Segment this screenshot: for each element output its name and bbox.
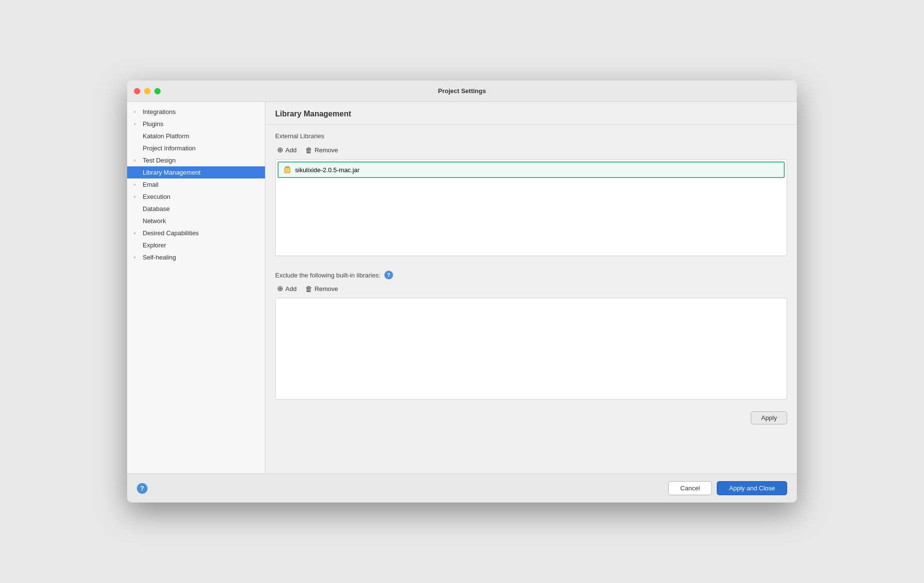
sidebar-item-label-library-management: Library Management [143,169,259,176]
chevron-right-icon: › [134,109,142,114]
apply-and-close-button[interactable]: Apply and Close [717,481,787,495]
sidebar-item-explorer[interactable]: Explorer [127,239,265,251]
main-window: Project Settings ›Integrations›PluginsKa… [127,81,797,502]
bottom-bar: ? Cancel Apply and Close [127,473,797,502]
remove-label: Remove [314,146,338,154]
sidebar-item-execution[interactable]: ›Execution [127,191,265,203]
sidebar-item-integrations[interactable]: ›Integrations [127,106,265,118]
close-button[interactable] [134,88,140,94]
exclude-remove-button[interactable]: 🗑 Remove [303,284,340,294]
sidebar-item-email[interactable]: ›Email [127,178,265,191]
sidebar-item-label-integrations: Integrations [143,108,259,115]
content-header: Library Management [265,102,797,125]
exclude-section: Exclude the following built-in libraries… [275,271,787,400]
sidebar-item-label-desired-capabilities: Desired Capabilities [143,229,259,237]
chevron-right-icon: › [134,158,142,163]
exclude-libraries-toolbar: ⊕ Add 🗑 Remove [275,283,787,294]
chevron-right-icon: › [134,194,142,199]
sidebar-item-label-explorer: Explorer [143,242,259,249]
add-label: Add [285,146,297,154]
exclude-add-button[interactable]: ⊕ Add [275,283,298,294]
jar-file-icon [282,165,292,175]
sidebar-item-library-management[interactable]: Library Management [127,166,265,178]
exclude-add-label: Add [285,285,297,292]
maximize-button[interactable] [154,88,161,94]
external-libraries-section: External Libraries ⊕ Add 🗑 Remove [275,132,787,261]
sidebar-item-katalon-platform[interactable]: Katalon Platform [127,130,265,142]
sidebar-item-plugins[interactable]: ›Plugins [127,118,265,130]
chevron-right-icon: › [134,121,142,127]
sidebar: ›Integrations›PluginsKatalon PlatformPro… [127,102,265,473]
library-item-name: sikulixide-2.0.5-mac.jar [295,166,360,174]
library-item[interactable]: sikulixide-2.0.5-mac.jar [278,162,785,178]
bottom-help-question-mark: ? [140,485,144,492]
sidebar-item-label-self-healing: Self-healing [143,254,259,261]
external-remove-button[interactable]: 🗑 Remove [303,145,340,155]
help-question-mark: ? [387,272,390,278]
sidebar-item-label-database: Database [143,205,259,212]
exclude-remove-label: Remove [314,285,338,292]
main-content: ›Integrations›PluginsKatalon PlatformPro… [127,102,797,473]
external-libraries-list[interactable]: sikulixide-2.0.5-mac.jar [275,159,787,256]
sidebar-item-project-information[interactable]: Project Information [127,142,265,154]
external-libraries-label: External Libraries [275,132,787,140]
remove-icon: 🗑 [305,146,313,154]
minimize-button[interactable] [144,88,150,94]
apply-button[interactable]: Apply [751,411,787,424]
sidebar-item-label-execution: Execution [143,193,259,200]
sidebar-item-network[interactable]: Network [127,215,265,227]
chevron-right-icon: › [134,255,142,260]
add-icon: ⊕ [277,146,283,154]
sidebar-item-label-email: Email [143,181,259,188]
cancel-button[interactable]: Cancel [668,481,712,495]
exclude-libraries-list[interactable] [275,298,787,400]
sidebar-item-database[interactable]: Database [127,203,265,215]
exclude-help-icon[interactable]: ? [384,271,393,279]
external-add-button[interactable]: ⊕ Add [275,145,298,155]
chevron-right-icon: › [134,182,142,187]
chevron-right-icon: › [134,230,142,236]
external-libraries-toolbar: ⊕ Add 🗑 Remove [275,145,787,155]
sidebar-item-label-network: Network [143,217,259,225]
exclude-label: Exclude the following built-in libraries… [275,272,380,279]
exclude-remove-icon: 🗑 [305,285,313,293]
title-bar: Project Settings [127,81,797,102]
content-area: Library Management External Libraries ⊕ … [265,102,797,473]
exclude-add-icon: ⊕ [277,284,283,293]
window-controls [134,88,161,94]
sidebar-item-self-healing[interactable]: ›Self-healing [127,251,265,263]
sidebar-item-label-project-information: Project Information [143,145,259,152]
window-title: Project Settings [438,87,486,95]
sidebar-item-desired-capabilities[interactable]: ›Desired Capabilities [127,227,265,239]
sidebar-item-label-katalon-platform: Katalon Platform [143,132,259,140]
sidebar-item-label-test-design: Test Design [143,157,259,164]
bottom-help-icon[interactable]: ? [137,483,148,494]
exclude-header: Exclude the following built-in libraries… [275,271,787,279]
sidebar-item-test-design[interactable]: ›Test Design [127,154,265,166]
content-body: External Libraries ⊕ Add 🗑 Remove [265,125,797,473]
sidebar-item-label-plugins: Plugins [143,120,259,128]
